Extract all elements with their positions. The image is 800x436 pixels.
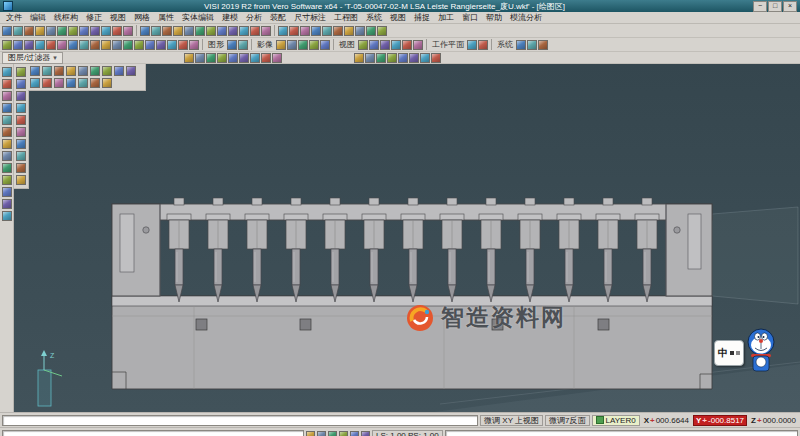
- toolbar-icon[interactable]: [173, 26, 183, 36]
- toolbar-icon[interactable]: [250, 53, 260, 63]
- menu-item-6[interactable]: 属性: [154, 12, 178, 23]
- toolbar-icon[interactable]: [184, 26, 194, 36]
- toolbar-icon[interactable]: [195, 53, 205, 63]
- toolbar-icon[interactable]: [361, 431, 370, 436]
- toolbar-icon[interactable]: [16, 79, 26, 89]
- menu-item-5[interactable]: 网格: [130, 12, 154, 23]
- toolbar-icon[interactable]: [102, 66, 112, 76]
- toolbar-icon[interactable]: [79, 40, 89, 50]
- menu-item-9[interactable]: 分析: [242, 12, 266, 23]
- toolbar-icon[interactable]: [311, 26, 321, 36]
- menu-item-10[interactable]: 装配: [266, 12, 290, 23]
- toolbar-icon[interactable]: [195, 26, 205, 36]
- toolbar-icon[interactable]: [79, 26, 89, 36]
- toolbar-icon[interactable]: [2, 163, 12, 173]
- toolbar-icon[interactable]: [134, 40, 144, 50]
- toolbar-icon[interactable]: [354, 53, 364, 63]
- toolbar-icon[interactable]: [101, 40, 111, 50]
- toolbar-icon[interactable]: [387, 53, 397, 63]
- toolbar-icon[interactable]: [66, 78, 76, 88]
- toolbar-icon[interactable]: [306, 431, 315, 436]
- toolbar-icon[interactable]: [261, 26, 271, 36]
- menu-item-13[interactable]: 系统: [362, 12, 386, 23]
- toolbar-icon[interactable]: [90, 66, 100, 76]
- toolbar-icon[interactable]: [250, 26, 260, 36]
- menu-item-15[interactable]: 捕捉: [410, 12, 434, 23]
- toolbar-icon[interactable]: [339, 431, 348, 436]
- toolbar-icon[interactable]: [2, 175, 12, 185]
- toolbar-icon[interactable]: [156, 40, 166, 50]
- toolbar-icon[interactable]: [16, 91, 26, 101]
- toolbar-icon[interactable]: [217, 26, 227, 36]
- prompt-field[interactable]: [2, 415, 478, 426]
- toolbar-icon[interactable]: [35, 40, 45, 50]
- toolbar-icon[interactable]: [328, 431, 337, 436]
- toolbar-icon[interactable]: [42, 66, 52, 76]
- menu-item-8[interactable]: 建模: [218, 12, 242, 23]
- toolbar-icon[interactable]: [228, 26, 238, 36]
- toolbar-icon[interactable]: [239, 26, 249, 36]
- toolbar-icon[interactable]: [90, 40, 100, 50]
- workplane-indicator[interactable]: 微调7反面: [545, 415, 589, 426]
- toolbar-icon[interactable]: [409, 53, 419, 63]
- toolbar-icon[interactable]: [322, 26, 332, 36]
- toolbar-icon[interactable]: [24, 40, 34, 50]
- toolbar-icon[interactable]: [112, 40, 122, 50]
- toolbar-icon[interactable]: [239, 53, 249, 63]
- toolbar-icon[interactable]: [66, 66, 76, 76]
- close-button[interactable]: ×: [783, 1, 797, 12]
- menu-item-14[interactable]: 视图: [386, 12, 410, 23]
- toolbar-icon[interactable]: [2, 187, 12, 197]
- menu-item-0[interactable]: 文件: [2, 12, 26, 23]
- toolbar-icon[interactable]: [90, 78, 100, 88]
- toolbar-icon[interactable]: [178, 40, 188, 50]
- toolbar-icon[interactable]: [478, 40, 488, 50]
- ime-tool-icon[interactable]: [730, 351, 734, 355]
- ime-settings-icon[interactable]: [736, 351, 740, 355]
- toolbar-icon[interactable]: [206, 53, 216, 63]
- toolbar-icon[interactable]: [78, 66, 88, 76]
- layer-filter-tab[interactable]: 图层/过滤器 ▾: [2, 52, 63, 64]
- toolbar-icon[interactable]: [16, 115, 26, 125]
- viewport-canvas[interactable]: 智造资料网 Z 中: [14, 64, 800, 412]
- toolbar-icon[interactable]: [16, 151, 26, 161]
- toolbar-icon[interactable]: [298, 40, 308, 50]
- toolbar-icon[interactable]: [538, 40, 548, 50]
- toolbar-icon[interactable]: [320, 40, 330, 50]
- toolbar-icon[interactable]: [2, 79, 12, 89]
- toolbar-icon[interactable]: [2, 115, 12, 125]
- toolbar-icon[interactable]: [227, 40, 237, 50]
- toolbar-icon[interactable]: [145, 40, 155, 50]
- toolbar-icon[interactable]: [350, 431, 359, 436]
- toolbar-icon[interactable]: [2, 151, 12, 161]
- toolbar-icon[interactable]: [300, 26, 310, 36]
- maximize-button[interactable]: □: [768, 1, 782, 12]
- toolbar-icon[interactable]: [16, 67, 26, 77]
- menu-item-19[interactable]: 模流分析: [506, 12, 546, 23]
- toolbar-icon[interactable]: [16, 127, 26, 137]
- toolbar-icon[interactable]: [287, 40, 297, 50]
- toolbar-icon[interactable]: [376, 53, 386, 63]
- toolbar-icon[interactable]: [365, 53, 375, 63]
- toolbar-icon[interactable]: [46, 40, 56, 50]
- toolbar-icon[interactable]: [333, 26, 343, 36]
- toolbar-icon[interactable]: [16, 175, 26, 185]
- toolbar-icon[interactable]: [467, 40, 477, 50]
- toolbar-icon[interactable]: [123, 40, 133, 50]
- menu-item-18[interactable]: 帮助: [482, 12, 506, 23]
- toolbar-icon[interactable]: [344, 26, 354, 36]
- toolbar-icon[interactable]: [114, 66, 124, 76]
- toolbar-icon[interactable]: [126, 66, 136, 76]
- menu-item-17[interactable]: 窗口: [458, 12, 482, 23]
- toolbar-icon[interactable]: [35, 26, 45, 36]
- toolbar-icon[interactable]: [2, 40, 12, 50]
- toolbar-icon[interactable]: [238, 40, 248, 50]
- toolbar-icon[interactable]: [151, 26, 161, 36]
- toolbar-icon[interactable]: [102, 78, 112, 88]
- minimize-button[interactable]: −: [753, 1, 767, 12]
- toolbar-icon[interactable]: [527, 40, 537, 50]
- toolbar-icon[interactable]: [355, 26, 365, 36]
- toolbar-icon[interactable]: [42, 78, 52, 88]
- toolbar-icon[interactable]: [13, 26, 23, 36]
- command-input[interactable]: [2, 430, 304, 436]
